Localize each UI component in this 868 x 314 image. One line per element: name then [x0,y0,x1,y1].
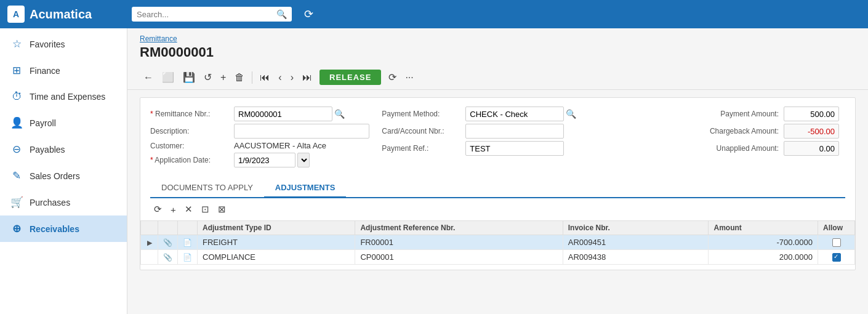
row-adj-type-1[interactable]: COMPLIANCE [198,250,355,265]
payment-ref-input[interactable] [465,141,564,156]
sidebar-item-label-purchases: Purchases [30,198,70,207]
sub-fit-button[interactable]: ⊡ [198,202,213,217]
payables-icon: ⊖ [10,143,23,156]
row-clip-1: 📎 [158,250,178,265]
history-icon[interactable]: ⟳ [299,5,318,23]
row-allow-0[interactable] [818,235,855,250]
sidebar-item-finance[interactable]: ⊞ Finance [0,57,127,84]
release-button[interactable]: RELEASE [319,70,381,85]
sidebar-item-favorites[interactable]: ☆ Favorites [0,31,127,57]
payment-ref-field: Payment Ref.: [382,141,613,156]
sidebar-item-sales-orders[interactable]: ✎ Sales Orders [0,163,127,189]
remittance-nbr-input[interactable] [234,107,332,121]
remittance-nbr-field: Remittance Nbr.: 🔍 [150,107,382,121]
col-header-amount[interactable]: Amount [709,221,818,235]
application-date-input[interactable] [234,153,295,167]
logo-area: A Acumatica [7,6,124,23]
main-content: Remittance RM0000001 ← ⬜ 💾 ↺ + 🗑 ⏮ ‹ › ⏭… [127,28,868,314]
col-header-adj-type[interactable]: Adjustment Type ID [198,221,355,235]
card-account-label: Card/Account Nbr.: [382,127,462,135]
row-allow-checkbox-0[interactable] [832,238,841,247]
sidebar-item-time-expenses[interactable]: ⏱ Time and Expenses [0,84,127,110]
finance-icon: ⊞ [10,64,23,77]
payment-method-label: Payment Method: [382,110,462,118]
more-button[interactable]: ··· [401,70,417,86]
payment-amount-input[interactable] [784,107,839,121]
tab-adjustments[interactable]: ADJUSTMENTS [264,179,347,198]
sub-export-button[interactable]: ⊠ [214,202,230,217]
unapplied-amount-input [784,141,839,156]
breadcrumb[interactable]: Remittance [140,34,856,43]
sidebar-item-label-favorites: Favorites [30,39,65,49]
table-row[interactable]: 📎 📄 COMPLIANCE CP00001 AR009438 200.0000 [141,250,855,265]
col-header-invoice[interactable]: Invoice Nbr. [563,221,709,235]
form-col-2: Payment Method: 🔍 Card/Account Nbr.: Pay… [382,107,613,170]
row-doc-1: 📄 [178,250,198,265]
col-header-icon1 [141,221,158,235]
sub-refresh-button[interactable]: ⟳ [150,202,166,217]
row-allow-checkbox-1[interactable] [832,253,841,262]
sidebar-item-payroll[interactable]: 👤 Payroll [0,110,127,136]
table-row[interactable]: ▶ 📎 📄 FREIGHT FR00001 AR009451 -700.0000 [141,235,855,250]
application-date-dropdown[interactable] [297,153,310,167]
next-button[interactable]: › [287,70,297,86]
save-button[interactable]: 💾 [179,69,199,86]
star-icon: ☆ [10,38,23,50]
save-template-button[interactable]: ⬜ [158,69,178,86]
tabs-bar: DOCUMENTS TO APPLY ADJUSTMENTS [150,179,845,198]
payment-method-input[interactable] [465,107,564,121]
description-field: Description: [150,124,382,139]
sidebar-item-purchases[interactable]: 🛒 Purchases [0,189,127,215]
row-adj-ref-0[interactable]: FR00001 [355,235,563,250]
row-allow-1[interactable] [818,250,855,265]
row-adj-type-0[interactable]: FREIGHT [198,235,355,250]
remittance-nbr-lookup-icon[interactable]: 🔍 [334,109,345,119]
undo-button[interactable]: ↺ [200,69,215,86]
unapplied-amount-label: Unapplied Amount: [717,144,779,153]
sidebar-item-receivables[interactable]: ⊕ Receivables [0,215,127,242]
search-input[interactable] [137,10,273,19]
row-clip-0: 📎 [158,235,178,250]
search-icon[interactable]: 🔍 [276,9,287,19]
page-title: RM0000001 [140,44,856,60]
back-button[interactable]: ← [140,70,157,86]
sidebar-item-payables[interactable]: ⊖ Payables [0,136,127,163]
col-header-icon2 [158,221,178,235]
last-button[interactable]: ⏭ [299,70,316,86]
col-header-allow[interactable]: Allow [818,221,855,235]
sidebar-item-label-payables: Payables [30,145,65,155]
row-invoice-0[interactable]: AR009451 [563,235,709,250]
page-header: Remittance RM0000001 [127,28,868,60]
chargeback-amount-input [784,124,839,139]
row-expand-1[interactable] [141,250,158,265]
payment-method-lookup-icon[interactable]: 🔍 [566,109,576,119]
prev-button[interactable]: ‹ [275,70,285,86]
sidebar-item-label-time-expenses: Time and Expenses [30,92,105,102]
col-header-adj-ref[interactable]: Adjustment Reference Nbr. [355,221,563,235]
row-expand-0[interactable]: ▶ [141,235,158,250]
first-button[interactable]: ⏮ [256,70,273,86]
remittance-nbr-input-wrap: 🔍 [234,107,345,121]
tab-documents-to-apply[interactable]: DOCUMENTS TO APPLY [150,179,264,198]
sub-add-button[interactable]: + [167,203,180,217]
row-adj-ref-1[interactable]: CP00001 [355,250,563,265]
delete-button[interactable]: 🗑 [231,70,248,86]
card-account-input[interactable] [465,124,564,139]
toolbar: ← ⬜ 💾 ↺ + 🗑 ⏮ ‹ › ⏭ RELEASE ⟳ ··· [127,65,868,90]
row-amount-0: -700.0000 [709,235,818,250]
sidebar-item-label-sales-orders: Sales Orders [30,171,80,181]
person-icon: 👤 [10,116,23,129]
refresh-button[interactable]: ⟳ [385,69,400,86]
toolbar-separator-1 [252,71,252,84]
description-input[interactable] [234,124,369,139]
card-account-field: Card/Account Nbr.: [382,124,613,139]
sidebar-item-label-payroll: Payroll [30,118,56,128]
chargeback-amount-field: Chargeback Amount: [710,124,839,139]
payment-ref-label: Payment Ref.: [382,144,462,153]
row-invoice-1[interactable]: AR009438 [563,250,709,265]
sub-delete-button[interactable]: ✕ [181,202,196,217]
search-bar[interactable]: 🔍 [132,7,292,22]
add-button[interactable]: + [217,70,230,86]
chargeback-amount-label: Chargeback Amount: [710,127,779,135]
form-area: Remittance Nbr.: 🔍 Description: Customer… [140,97,856,270]
